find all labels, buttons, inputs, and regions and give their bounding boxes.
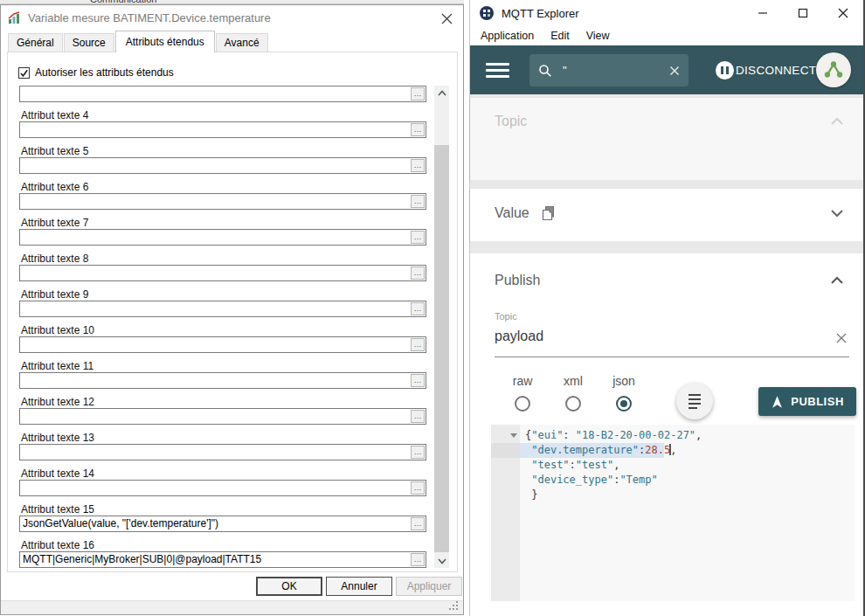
cancel-button[interactable]: Annuler [326,577,392,596]
attribute-input[interactable] [19,193,426,210]
publish-topic-input[interactable]: payload [495,329,543,344]
attribute-input[interactable] [19,444,426,460]
attribute-label: Attribut texte 4 [21,109,426,121]
attribute-input[interactable] [19,372,426,389]
mqtt-menubar: ApplicationEditView [470,26,863,45]
attribute-input[interactable] [19,408,426,425]
menu-item-view[interactable]: View [586,30,610,42]
browse-button[interactable] [411,266,425,280]
attribute-value: MQTT|Generic|MyBroker|SUB|0|@payload|TAT… [20,552,426,567]
scroll-down-icon[interactable] [434,554,449,568]
avatar[interactable] [816,52,851,87]
pause-icon [716,61,734,80]
attribute-input[interactable]: JsonGetValue(value, "['dev.temperature']… [19,516,426,532]
browse-button[interactable] [411,231,425,244]
topic-collapse-chevron-up-icon[interactable] [830,117,844,126]
maximize-icon[interactable] [783,0,823,26]
browse-button[interactable] [411,410,425,423]
window-close-icon[interactable] [823,0,863,26]
editor-line[interactable]: "dev.temperature":28.5, [520,443,855,458]
browse-button[interactable] [411,159,425,172]
attribute-input[interactable] [19,121,426,138]
tab-attributs-étendus[interactable]: Attributs étendus [115,31,215,52]
format-radio-xml[interactable]: xml [554,374,592,412]
format-radio-label: json [612,374,635,388]
section-gap [470,241,863,253]
gutter-cell [491,458,520,473]
payload-json-editor[interactable]: {"eui": "18-B2-20-00-02-27", "dev.temper… [491,425,855,601]
publish-collapse-chevron-up-icon[interactable] [830,276,844,285]
browse-button[interactable] [411,374,425,387]
format-code-button[interactable] [676,383,713,419]
publish-button-label: PUBLISH [791,395,844,408]
publish-section: Publish Topic payload rawxmljson PUBLISH [470,253,863,616]
menu-item-application[interactable]: Application [481,30,534,42]
scroll-up-icon[interactable] [434,86,449,100]
gutter-cell [491,443,520,458]
gutter-cell [491,488,520,502]
scrollbar-thumb[interactable] [434,145,449,552]
mqtt-window-title: MQTT Explorer [502,7,579,20]
topic-clear-icon[interactable] [835,332,848,344]
attribute-label: Attribut texte 12 [21,396,426,407]
format-radio-raw[interactable]: raw [503,374,542,412]
publish-button[interactable]: PUBLISH [758,387,856,416]
fold-arrow-icon[interactable] [510,433,517,438]
disconnect-button[interactable]: DISCONNECT [716,61,816,80]
disconnect-label: DISCONNECT [736,64,816,77]
format-radio-group: rawxmljson [503,374,655,412]
value-section-label: Value [495,205,529,221]
browse-button[interactable] [411,123,425,136]
attribute-input[interactable] [19,301,426,317]
browse-button[interactable] [411,87,425,100]
editor-line[interactable]: "device_type":"Temp" [520,473,855,488]
publish-topic-label: Topic [495,311,517,322]
attribute-input[interactable]: MQTT|Generic|MyBroker|SUB|0|@payload|TAT… [19,551,426,568]
align-left-icon [689,394,701,396]
editor-lines: {"eui": "18-B2-20-00-02-27", "dev.temper… [520,425,855,601]
browse-button[interactable] [411,553,425,566]
attribute-field: Attribut texte 5 [19,145,426,174]
hamburger-menu-icon[interactable] [486,63,509,78]
browse-button[interactable] [411,481,425,495]
attribute-field: Attribut texte 11 [19,360,426,389]
browse-button[interactable] [411,446,425,459]
editor-line[interactable]: } [520,488,855,502]
apply-button[interactable]: Appliquer [396,577,462,596]
radio-circle-icon[interactable] [565,396,581,412]
editor-line[interactable]: {"eui": "18-B2-20-00-02-27", [520,428,855,443]
minimize-icon[interactable] [743,0,783,26]
browse-button[interactable] [411,517,425,530]
attribute-input[interactable] [19,86,426,102]
format-radio-json[interactable]: json [605,374,643,412]
tab-général[interactable]: Général [8,33,63,52]
search-clear-icon[interactable] [669,66,680,76]
copy-icon[interactable] [541,205,556,221]
ok-button[interactable]: OK [256,577,322,596]
browse-button[interactable] [411,195,425,208]
attribute-input[interactable] [19,229,426,246]
editor-gutter [491,425,520,601]
radio-circle-icon[interactable] [515,396,530,412]
menu-item-edit[interactable]: Edit [550,30,570,42]
attribute-input[interactable] [19,336,426,353]
measure-variable-icon [8,11,21,24]
mqtt-explorer-window: MQTT Explorer ApplicationEditView " [469,0,865,616]
editor-line[interactable]: "test":"test", [520,458,855,473]
publish-section-label: Publish [495,273,540,288]
attributes-scrollbar[interactable] [434,86,449,568]
tab-source[interactable]: Source [64,33,114,52]
attribute-input[interactable] [19,157,426,174]
dialog-titlebar: Variable mesure BATIMENT.Device.temperat… [1,5,463,30]
search-input[interactable]: " [529,54,689,87]
radio-circle-icon[interactable] [616,396,632,412]
resize-grip[interactable] [449,601,460,612]
attribute-input[interactable] [19,480,426,496]
browse-button[interactable] [411,338,425,351]
dialog-close-icon[interactable] [439,10,454,26]
allow-extended-attributes-checkbox[interactable] [18,67,30,79]
value-expand-chevron-down-icon[interactable] [830,209,844,218]
browse-button[interactable] [411,302,425,315]
tab-avancé[interactable]: Avancé [216,33,268,52]
attribute-input[interactable] [19,265,426,281]
